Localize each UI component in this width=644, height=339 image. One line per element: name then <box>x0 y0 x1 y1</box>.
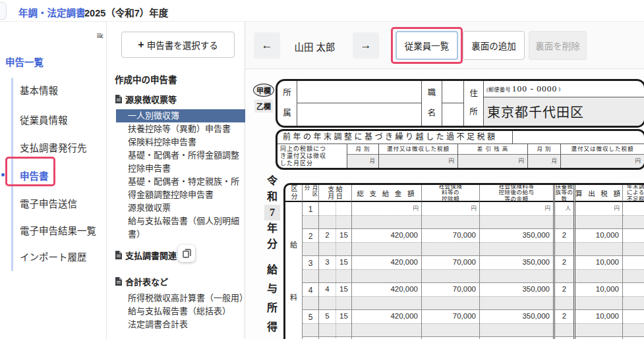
after-social-cell[interactable]: 350,000 <box>480 256 553 283</box>
section-payment-records: 支払調書関連 <box>115 249 177 261</box>
gross-cell[interactable]: 円 <box>352 202 422 229</box>
postal-code-field[interactable]: (郵便番号 100 - 0000 ) <box>484 81 644 97</box>
address-value[interactable]: 東京都千代田区 <box>484 97 644 126</box>
doc-item-salary-payment-report-individual[interactable]: 給与支払報告書（個人別明細 書） <box>128 215 244 241</box>
sidebar-item-basic-info[interactable]: 基本情報 <box>20 83 102 96</box>
doc-item-basic-spouse-adjustment[interactable]: 基礎・配偶者・所得金額調整 控除申告書 <box>128 149 244 175</box>
pay-date-cell[interactable]: 415 <box>319 283 352 310</box>
adjust-cell[interactable]: 円 <box>623 202 644 229</box>
select-form-button[interactable]: + 申告書を選択する <box>121 32 235 58</box>
adjust-cell[interactable] <box>623 310 644 337</box>
social-cell[interactable]: 70,000 <box>422 256 480 283</box>
header-month-div: 月区分 <box>303 185 319 202</box>
refund-field-2[interactable]: 円 <box>561 155 644 168</box>
add-back-page-button[interactable]: 裏面の追加 <box>463 31 525 60</box>
fiscal-year-label: 2025（令和7）年度 <box>84 5 168 19</box>
category-column: 給 料 <box>285 202 303 339</box>
sidebar-item-import-history[interactable]: インポート履歴 <box>20 249 102 263</box>
in-progress-heading: 作成中の申告書 <box>115 72 177 86</box>
month-cell: 2 <box>303 229 319 256</box>
pay-date-cell[interactable]: 215 <box>319 229 352 256</box>
sidebar-accent-line <box>11 78 13 271</box>
gross-cell[interactable]: 420,000 <box>352 310 422 337</box>
sidebar-item-tax-forms[interactable]: 申告書 <box>20 169 102 182</box>
dependents-cell[interactable]: 2 <box>553 229 575 256</box>
doc-item-withholding-slip[interactable]: 源泉徴収票 <box>128 201 244 215</box>
dependents-cell[interactable]: 人 <box>553 202 575 229</box>
sidebar-collapse-icon[interactable]: ≡‹ <box>96 30 102 41</box>
sidebar-item-employee-info[interactable]: 従業員情報 <box>20 113 102 126</box>
social-cell[interactable]: 70,000 <box>422 283 480 310</box>
month-field[interactable]: 月 <box>347 155 378 168</box>
tax-cell[interactable]: 10,000 <box>575 229 623 256</box>
section-withholding-slips: 源泉徴収票等 <box>115 93 177 105</box>
employee-list-button[interactable]: 従業員一覧 <box>395 31 458 60</box>
tax-cell[interactable]: 10,000 <box>575 256 623 283</box>
doc-item-dependent-exemption[interactable]: 扶養控除等（異動）申告書 <box>128 122 244 136</box>
arrow-left-icon: ← <box>262 39 273 52</box>
document-list-panel: + 申告書を選択する 作成中の申告書 源泉徴収票等 一人別徴収簿 扶養控除等（異… <box>107 22 245 339</box>
refund-field[interactable]: 円 <box>379 155 457 168</box>
top-bar: 年調・法定調書 2025（令和7）年度 <box>0 0 644 22</box>
sidebar-heading[interactable]: 申告一覧 <box>5 55 44 68</box>
gross-cell[interactable]: 420,000 <box>352 283 422 310</box>
balance-col-header: 差 引 残 高 <box>458 144 527 155</box>
sidebar-item-payment-record-recipients[interactable]: 支払調書発行先 <box>20 140 102 153</box>
adjust-cell[interactable] <box>623 256 644 283</box>
active-indicator-dot <box>1 173 5 176</box>
next-employee-button[interactable]: → <box>353 32 379 59</box>
year-digit: 7 <box>264 205 280 221</box>
carryover-title-field[interactable] <box>513 131 644 143</box>
job-title-label: 職 名 <box>421 81 442 126</box>
balance-field[interactable]: 円 <box>458 155 527 168</box>
gross-cell[interactable]: 420,000 <box>352 256 422 283</box>
sidebar-item-e-filing-results[interactable]: 電子申告結果一覧 <box>20 223 102 236</box>
prev-employee-button[interactable]: ← <box>254 32 280 59</box>
adjust-cell[interactable] <box>623 229 644 256</box>
doc-item-salary-payment-report-summary[interactable]: 給与支払報告書（総括表） <box>128 305 244 318</box>
ledger-form: 甲欄 乙欄 所 属 職 名 住 所 <box>245 69 644 339</box>
header-category: 区分 <box>285 185 303 202</box>
doc-item-insurance-deduction[interactable]: 保険料控除申告書 <box>128 136 244 149</box>
tax-cell[interactable]: 10,000 <box>575 310 623 337</box>
window-edge-button[interactable] <box>0 2 7 20</box>
dependents-cell[interactable]: 2 <box>553 256 575 283</box>
dependents-cell[interactable]: 2 <box>553 310 575 337</box>
affiliation-field-top[interactable] <box>297 81 421 103</box>
doc-item-income-tax-calc[interactable]: 所得税徴収高計算書（一般用） <box>128 292 244 305</box>
social-cell[interactable]: 70,000 <box>422 229 480 256</box>
after-social-cell[interactable]: 350,000 <box>480 310 553 337</box>
social-cell[interactable]: 円 <box>422 202 480 229</box>
doc-item-statutory-report-summary[interactable]: 法定調書合計表 <box>128 318 244 331</box>
delete-back-page-button[interactable]: 裏面を削除 <box>529 31 587 60</box>
plus-icon: + <box>138 39 144 51</box>
copy-button[interactable] <box>178 245 195 262</box>
header-social: 社会保険 料等の 控除額 <box>422 185 480 202</box>
gross-cell[interactable]: 420,000 <box>352 229 422 256</box>
sidebar-item-e-filing-send[interactable]: 電子申告送信 <box>20 196 102 209</box>
tax-cell[interactable]: 円 <box>575 202 623 229</box>
social-cell[interactable]: 70,000 <box>422 310 480 337</box>
header-dependents: 扶養親 族等の 数 <box>553 185 575 202</box>
pay-date-cell[interactable]: 315 <box>319 256 352 283</box>
tax-cell[interactable]: 10,000 <box>575 283 623 310</box>
adjust-cell[interactable] <box>623 283 644 310</box>
employee-header-box: 所 属 職 名 住 所 (郵便番号 <box>276 79 644 128</box>
copy-icon <box>183 249 191 258</box>
refund-col-header: 還付又は徴収した税額 <box>379 144 457 155</box>
doc-item-per-person-ledger[interactable]: 一人別徴収簿 <box>116 109 254 122</box>
month-field-2[interactable]: 月 <box>528 155 560 168</box>
pay-date-cell[interactable] <box>319 202 352 229</box>
arrow-right-icon: → <box>361 39 372 52</box>
document-icon <box>115 277 122 286</box>
doc-item-basic-spouse-special-relative[interactable]: 基礎・配偶者・特定親族・所 得金額調整控除申告書 <box>128 175 244 201</box>
after-social-cell[interactable]: 350,000 <box>480 283 553 310</box>
after-social-cell[interactable]: 円 <box>480 202 553 229</box>
pay-date-cell[interactable]: 515 <box>319 310 352 337</box>
form-toolbar: ← 山田 太郎 → 従業員一覧 裏面の追加 裏面を削除 <box>245 22 644 69</box>
job-field-top[interactable] <box>442 81 463 103</box>
dependents-cell[interactable]: 2 <box>553 283 575 310</box>
otsuran-mark: 乙欄 <box>254 99 273 113</box>
after-social-cell[interactable]: 350,000 <box>480 229 553 256</box>
address-label: 住 所 <box>464 81 484 126</box>
